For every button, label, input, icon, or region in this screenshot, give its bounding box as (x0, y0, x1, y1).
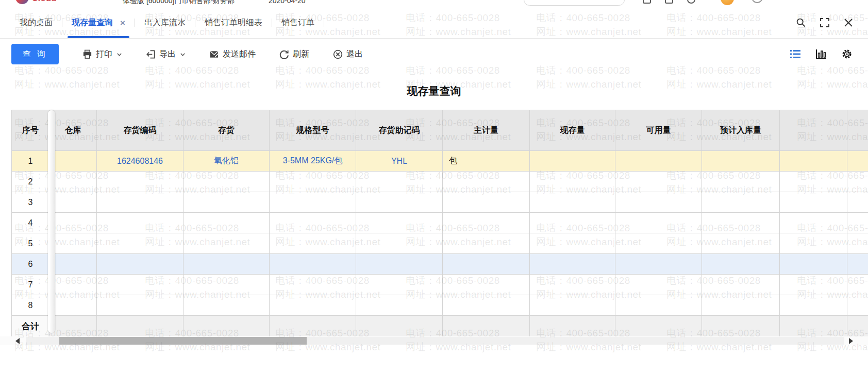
refresh-button[interactable]: 刷新 (279, 49, 309, 60)
row-number-cell[interactable]: 1 (12, 151, 49, 172)
table-cell[interactable] (847, 275, 868, 295)
column-header[interactable]: 现存量 (530, 110, 615, 151)
table-cell[interactable] (270, 192, 356, 213)
column-header[interactable] (780, 110, 847, 151)
table-cell[interactable]: 包 (443, 151, 530, 172)
table-cell[interactable] (49, 254, 97, 275)
table-cell[interactable] (702, 151, 780, 172)
column-header[interactable]: 仓库 (49, 110, 97, 151)
table-cell[interactable] (847, 151, 868, 172)
table-cell[interactable]: 3-5MM 25KG/包 (270, 151, 356, 172)
column-header[interactable]: 预计入库量 (702, 110, 780, 151)
table-cell[interactable] (780, 172, 847, 192)
table-cell[interactable] (702, 254, 780, 275)
fullscreen-icon[interactable] (820, 18, 830, 28)
tab-close-icon[interactable]: × (120, 19, 125, 27)
table-cell[interactable] (97, 275, 183, 295)
table-cell[interactable] (702, 295, 780, 316)
table-cell[interactable] (780, 295, 847, 316)
table-cell[interactable] (49, 295, 97, 316)
table-cell[interactable] (97, 295, 183, 316)
table-cell[interactable]: 1624608146 (97, 151, 183, 172)
table-cell[interactable] (270, 295, 356, 316)
table-cell[interactable] (49, 275, 97, 295)
table-cell[interactable] (702, 213, 780, 233)
table-cell[interactable] (183, 172, 270, 192)
table-cell[interactable] (443, 275, 530, 295)
column-header[interactable]: 存货 (183, 110, 270, 151)
row-number-cell[interactable]: 7 (12, 275, 49, 295)
table-cell[interactable] (443, 172, 530, 192)
row-number-cell[interactable]: 2 (12, 172, 49, 192)
column-header[interactable]: 主计量 (443, 110, 530, 151)
row-number-cell[interactable]: 4 (12, 213, 49, 233)
table-cell[interactable] (356, 275, 443, 295)
table-cell[interactable] (847, 233, 868, 254)
table-cell[interactable]: YHL (356, 151, 443, 172)
list-view-icon[interactable] (790, 48, 801, 60)
table-cell[interactable] (356, 254, 443, 275)
table-cell[interactable] (183, 213, 270, 233)
table-cell[interactable] (530, 192, 615, 213)
table-cell[interactable] (49, 233, 97, 254)
table-cell[interactable] (847, 192, 868, 213)
table-cell[interactable] (97, 172, 183, 192)
export-button[interactable]: 导出 (146, 49, 186, 60)
table-cell[interactable] (183, 295, 270, 316)
table-cell[interactable] (530, 233, 615, 254)
table-cell[interactable] (702, 233, 780, 254)
table-cell[interactable] (183, 275, 270, 295)
help-icon[interactable] (752, 0, 763, 3)
table-cell[interactable] (356, 213, 443, 233)
close-icon[interactable] (843, 18, 854, 28)
table-cell[interactable] (847, 213, 868, 233)
table-cell[interactable] (530, 275, 615, 295)
scroll-left-arrow-icon[interactable] (15, 338, 20, 344)
table-cell[interactable] (615, 254, 702, 275)
table-cell[interactable] (615, 151, 702, 172)
table-cell[interactable] (97, 254, 183, 275)
table-cell[interactable] (847, 295, 868, 316)
table-cell[interactable] (615, 275, 702, 295)
chart-view-icon[interactable] (815, 48, 827, 60)
column-header[interactable]: 可用量 (615, 110, 702, 151)
table-cell[interactable] (530, 254, 615, 275)
tab-1[interactable]: 我的桌面 (10, 7, 62, 38)
table-cell[interactable] (702, 275, 780, 295)
table-cell[interactable] (615, 233, 702, 254)
table-cell[interactable] (530, 295, 615, 316)
row-number-cell[interactable]: 3 (12, 192, 49, 213)
table-cell[interactable]: 氧化铝 (183, 151, 270, 172)
tab-3[interactable]: 出入库流水 (135, 7, 195, 38)
column-header[interactable] (847, 110, 868, 151)
table-cell[interactable] (270, 172, 356, 192)
row-number-cell[interactable]: 6 (12, 254, 49, 275)
row-number-cell[interactable]: 5 (12, 233, 49, 254)
table-cell[interactable] (443, 295, 530, 316)
table-cell[interactable] (780, 275, 847, 295)
table-cell[interactable] (615, 172, 702, 192)
table-cell[interactable] (97, 233, 183, 254)
table-cell[interactable] (443, 213, 530, 233)
column-header[interactable]: 存货助记码 (356, 110, 443, 151)
table-cell[interactable] (270, 254, 356, 275)
column-header[interactable]: 规格型号 (270, 110, 356, 151)
table-cell[interactable] (530, 172, 615, 192)
table-cell[interactable] (780, 192, 847, 213)
table-cell[interactable] (49, 151, 97, 172)
table-cell[interactable] (847, 172, 868, 192)
table-cell[interactable] (780, 151, 847, 172)
table-cell[interactable] (97, 213, 183, 233)
table-cell[interactable] (183, 233, 270, 254)
table-cell[interactable] (97, 192, 183, 213)
vertical-scrollbar[interactable] (48, 110, 55, 333)
table-cell[interactable] (183, 254, 270, 275)
tab-4[interactable]: 销售订单明细表 (195, 7, 272, 38)
table-cell[interactable] (270, 233, 356, 254)
search-icon[interactable] (796, 18, 806, 28)
table-cell[interactable] (270, 213, 356, 233)
table-cell[interactable] (356, 172, 443, 192)
print-button[interactable]: 打印 (82, 49, 122, 60)
table-cell[interactable] (49, 213, 97, 233)
query-button[interactable]: 查 询 (11, 44, 59, 64)
